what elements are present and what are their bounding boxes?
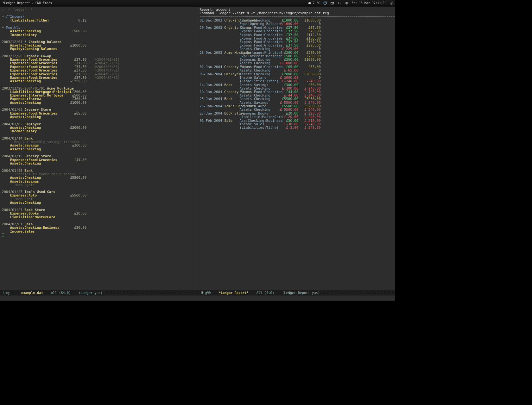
network-indicator[interactable]	[338, 1, 341, 5]
system-tray: 7 °C Fri 15 Mar 17:11:19	[308, 1, 394, 5]
report-row: (Liabilities:Tithe)£-3.60£-243.60	[200, 126, 394, 129]
clock[interactable]: Fri 15 Mar 17:11:19	[352, 1, 386, 5]
source-line: Assets:Checking-£1000.00	[2, 101, 196, 104]
modeline-buffer: example.dat	[21, 291, 43, 295]
report-row: Expens:Food:Groceries£37.50£75.00	[200, 29, 394, 33]
cloud-icon	[308, 1, 312, 5]
gear-icon	[390, 1, 394, 5]
source-line: (Liabilities:Tithe)0.12	[2, 19, 196, 22]
modeline-position: All (64,0)	[51, 291, 71, 295]
volume-icon	[345, 1, 348, 5]
modeline-left: -U:@--- example.dat All (64,0) (Ledger y…	[0, 291, 198, 295]
modeline-right: -U:@%%- *Ledger Report* All (4,0) (Ledge…	[198, 291, 395, 295]
modeline-mode: (Ledger Report yas)	[282, 291, 320, 295]
network-icon	[338, 1, 341, 5]
source-line: Assets:Checking	[2, 147, 196, 151]
cursor	[2, 233, 196, 238]
weather-text: 7 °C	[313, 1, 320, 5]
modeline-buffer: *Ledger Report*	[219, 291, 249, 295]
source-line: Income:Salary	[2, 129, 196, 133]
source-line: Liabilities:MasterCard	[2, 215, 196, 219]
report-row: 14-Jan-2004 BankAssets:Savings£300.00£60…	[200, 83, 394, 87]
modeline-position: All (4,0)	[256, 291, 274, 295]
minibuffer[interactable]	[0, 296, 395, 301]
volume-indicator[interactable]	[345, 1, 348, 5]
modeline-state: -U:@%%-	[199, 291, 213, 295]
report-row: 25-Jan-2004 BankAssets:Checking£5500.00£…	[200, 97, 394, 101]
refresh-icon	[323, 1, 327, 5]
svg-point-0	[391, 3, 392, 4]
mail-indicator[interactable]	[330, 1, 334, 5]
source-line: Assets:Checking	[2, 201, 196, 204]
source-line: Income:Sales	[2, 230, 196, 233]
source-line: Assets:Checking	[2, 162, 196, 165]
source-line: Assets:Checking	[2, 115, 196, 119]
source-line: Expenses:Auto£5500.00	[2, 194, 196, 197]
desktop-topbar: *Ledger Report* - GNU Emacs 7 °C Fri 15 …	[0, 0, 395, 7]
report-row: 01-Dec-2003 Checking balanceAssets:Check…	[200, 19, 394, 22]
report-row: 28-Dec-2003 Acme MortgageLi:Mortgage:Pri…	[200, 51, 394, 54]
source-line: Income:Salary	[2, 33, 196, 36]
source-line: Assets:Checking-£225.00	[2, 79, 196, 83]
report-row: 02-Jan-2004 Grocery StoreExpens:Food:Gro…	[200, 65, 394, 69]
mail-icon	[330, 1, 334, 5]
modeline-mode: (Ledger yas)	[79, 291, 103, 295]
window-title: *Ledger Report* - GNU Emacs	[1, 1, 308, 5]
source-line: Assets:Savings	[2, 180, 196, 183]
modeline-state: -U:@---	[1, 291, 15, 295]
refresh-button[interactable]	[323, 1, 327, 5]
settings-button[interactable]	[390, 1, 394, 5]
weather-indicator[interactable]: 7 °C	[308, 1, 320, 5]
transaction-comment: ; :nobudget:	[2, 183, 196, 187]
ledger-report-buffer[interactable]: Report: accountCommand: ledger --sort d …	[198, 7, 395, 290]
report-row: Expens:Food:Groceries£37.50£112.50	[200, 33, 394, 36]
ledger-source-buffer[interactable]: ; -*- ledger -*- = /^Income/ (Liabilitie…	[0, 7, 198, 290]
report-row: 27-Jan-2004 Book StoreExpenses:Books£20.…	[200, 112, 394, 115]
source-line: Equity:Opening Balances	[2, 47, 196, 51]
source-comment: ; -*- ledger -*-	[2, 8, 196, 11]
